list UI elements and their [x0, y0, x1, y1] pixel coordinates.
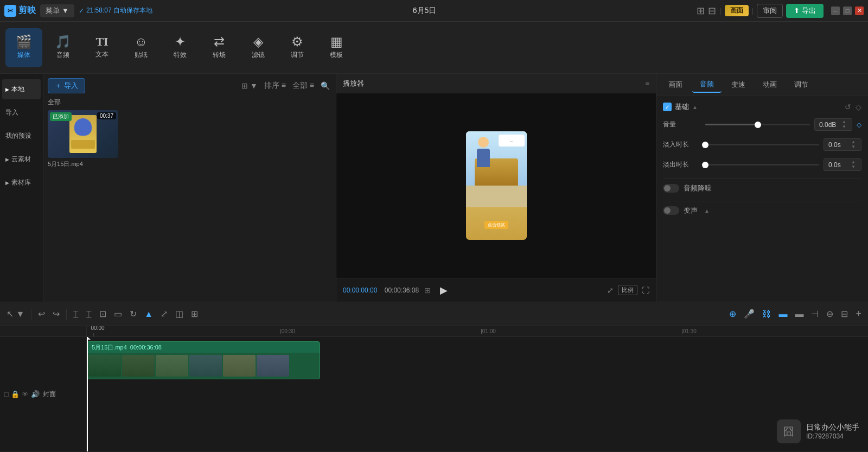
grid-view-button[interactable]: ⊞ ▼	[240, 79, 259, 92]
player-menu-icon[interactable]: ≡	[645, 79, 649, 87]
tool-transition[interactable]: ⇄ 转场	[201, 28, 238, 67]
volume-spin-down[interactable]: ▼	[841, 125, 847, 129]
sidebar-local-arrow: ▶	[5, 87, 9, 92]
undo-button[interactable]: ↩	[36, 307, 47, 321]
tab-变速[interactable]: 变速	[724, 77, 753, 92]
maximize-button[interactable]: □	[843, 7, 852, 15]
time-current: 00:00:00:00	[343, 287, 377, 294]
fullscreen-crop-icon[interactable]: ⤢	[607, 286, 614, 295]
fade-out-spin-up[interactable]: ▲	[850, 160, 857, 164]
align-button[interactable]: ⊣	[809, 307, 821, 321]
crop-button[interactable]: ▭	[112, 307, 124, 321]
fullscreen-icon[interactable]: ⛶	[642, 286, 649, 295]
review-button[interactable]: 审阅	[757, 4, 783, 18]
diamond-section-icon[interactable]: ◇	[856, 103, 861, 111]
tool-audio[interactable]: 🎵 音频	[44, 28, 81, 67]
filter-label: 滤镜	[252, 50, 265, 60]
fade-in-spin-up[interactable]: ▲	[850, 140, 857, 144]
sidebar-item-import[interactable]: 导入	[2, 103, 41, 123]
watermark-area: 囧 日常办公小能手 ID:79287034	[777, 419, 859, 443]
clip-thumb-2	[122, 355, 155, 377]
sub-track-button[interactable]: ▬	[793, 307, 806, 321]
export-button[interactable]: ⬆ 导出	[786, 4, 824, 18]
sidebar-item-local[interactable]: ▶ 本地	[2, 79, 41, 99]
track-lock-icon[interactable]: 🔒	[11, 390, 20, 398]
freeze-button[interactable]: ▲	[142, 307, 155, 321]
tool-effect[interactable]: ✦ 特效	[162, 28, 199, 67]
tool-text[interactable]: TI 文本	[84, 28, 120, 67]
tl-sep1	[31, 309, 31, 320]
import-button[interactable]: ＋ 导入	[48, 78, 85, 93]
effect-icon: ✦	[175, 35, 186, 48]
reset-icon[interactable]: ↺	[845, 103, 851, 111]
fade-out-slider-track[interactable]	[705, 164, 819, 165]
tool-media[interactable]: 🎬 媒体	[5, 28, 42, 67]
autosave-text: 21:58:07 自动保存本地	[86, 6, 152, 15]
voice-change-toggle[interactable]	[663, 206, 679, 215]
magnet-icon-button[interactable]: ⊕	[727, 307, 738, 321]
link-button[interactable]: ⛓	[760, 307, 773, 321]
mirror-button[interactable]: ◫	[173, 307, 186, 321]
track-audio-icon[interactable]: 🔊	[31, 390, 40, 398]
noise-reduce-toggle[interactable]	[663, 184, 679, 193]
add-track-button[interactable]: +	[853, 306, 864, 322]
zoom-in-button[interactable]: ⊟	[839, 307, 850, 321]
loop-button[interactable]: ↻	[127, 307, 139, 321]
ratio-button[interactable]: 比例	[618, 285, 637, 295]
fade-in-slider-track[interactable]	[705, 144, 819, 145]
split-button1[interactable]: ⌶	[71, 307, 81, 321]
tab-调节[interactable]: 调节	[787, 77, 816, 92]
mic-button[interactable]: 🎤	[742, 307, 757, 321]
track-eye-icon[interactable]: 👁	[22, 390, 29, 398]
close-button[interactable]: ✕	[855, 7, 864, 15]
tool-filter[interactable]: ◈ 滤镜	[240, 28, 277, 67]
menu-button[interactable]: 菜单 ▼	[40, 4, 74, 17]
video-clip[interactable]: 5月15日.mp4 00:00:36:08	[87, 341, 320, 379]
tool-template[interactable]: ▦ 模板	[318, 28, 355, 67]
play-button[interactable]: ▶	[436, 283, 451, 298]
volume-spin-up[interactable]: ▲	[841, 120, 847, 124]
select-tool-button[interactable]: ↖ ▼	[4, 307, 27, 321]
delete-button[interactable]: ⊡	[97, 307, 108, 321]
vip-badge[interactable]: 画面	[725, 5, 749, 16]
fade-out-spin-down[interactable]: ▼	[850, 165, 857, 169]
tool-sticker[interactable]: ☺ 贴纸	[123, 28, 159, 67]
minimize-button[interactable]: ─	[831, 7, 840, 15]
fade-out-slider-thumb[interactable]	[702, 162, 709, 168]
redo-button[interactable]: ↪	[50, 307, 62, 321]
clip-thumb-6	[257, 355, 289, 377]
fade-in-slider-thumb[interactable]	[702, 142, 709, 148]
player-controls: 00:00:00:00 00:00:36:08 ⊞ ▶ ⤢ 比例 ⛶	[336, 278, 656, 302]
screenshot-button[interactable]: ⊞	[189, 307, 200, 321]
fade-in-spinners: ▲ ▼	[850, 140, 857, 149]
volume-diamond-icon[interactable]: ◇	[857, 121, 861, 129]
filter-button[interactable]: 全部 ≡	[291, 79, 316, 92]
tab-动画[interactable]: 动画	[755, 77, 784, 92]
sidebar-item-cloud[interactable]: ▶ 云素材	[2, 149, 41, 169]
track-image-icon[interactable]: □	[4, 390, 9, 398]
tab-音频[interactable]: 音频	[692, 77, 722, 93]
transform-button[interactable]: ⤢	[158, 307, 170, 321]
template-label: 模板	[330, 50, 343, 60]
list-item[interactable]: 已添加 00:37 5月15日.mp4	[48, 110, 118, 168]
section-check-icon[interactable]: ✓	[663, 103, 672, 111]
adjust-icon: ⚙	[291, 35, 303, 48]
volume-slider-track[interactable]	[705, 124, 810, 125]
desk-figure	[71, 140, 95, 149]
voice-change-label: 变声	[684, 206, 698, 215]
divider2	[663, 201, 861, 201]
fade-in-spin-down[interactable]: ▼	[850, 145, 857, 149]
sidebar-item-preset[interactable]: 我的预设	[2, 126, 41, 146]
sort-button[interactable]: 排序 ≡	[263, 79, 288, 92]
split-button2[interactable]: ⌶	[84, 307, 94, 321]
tab-画面[interactable]: 画面	[661, 77, 690, 92]
search-button[interactable]: 🔍	[319, 79, 331, 92]
zoom-out-button[interactable]: ⊖	[824, 307, 835, 321]
sidebar-item-library[interactable]: ▶ 素材库	[2, 173, 41, 193]
main-track-button[interactable]: ▬	[776, 307, 789, 321]
volume-slider-thumb[interactable]	[755, 122, 761, 128]
tool-adjust[interactable]: ⚙ 调节	[279, 28, 316, 67]
track-name-main: 封面	[43, 390, 56, 399]
view-toggle-icon[interactable]: ⊟	[708, 5, 716, 17]
track-label-main: □ 🔒 👁 🔊 封面	[0, 337, 86, 452]
